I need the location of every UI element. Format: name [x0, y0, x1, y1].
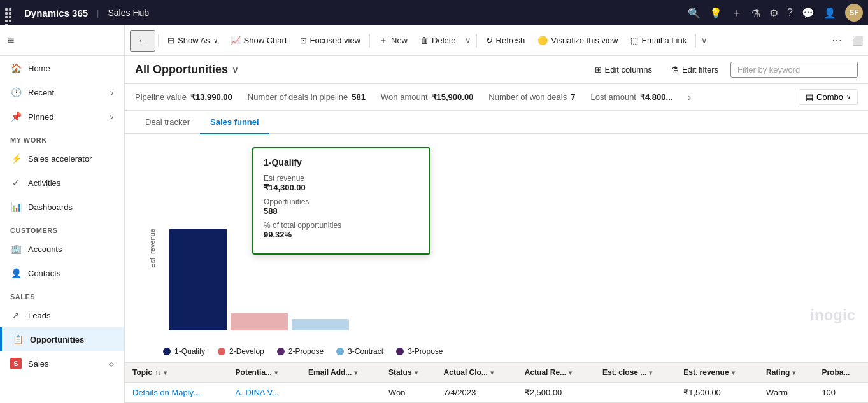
- filter-est-revenue-icon[interactable]: ▾: [732, 369, 735, 376]
- page-title-text: All Opportunities: [135, 63, 228, 76]
- page-header: All Opportunities ∨ ⊞ Edit columns ⚗ Edi…: [125, 56, 868, 84]
- nav-separator: |: [97, 8, 99, 18]
- toolbar-more-icon[interactable]: ⋯: [827, 31, 847, 50]
- filter-topic-icon[interactable]: ▾: [164, 369, 167, 376]
- expand-view-icon[interactable]: ⬜: [852, 36, 863, 46]
- topic-link[interactable]: Details on Maply...: [132, 388, 200, 397]
- legend-dot-propose-dark: [277, 348, 285, 355]
- chat-icon[interactable]: 💬: [802, 7, 815, 19]
- tooltip-opportunities: Opportunities 588: [264, 197, 419, 216]
- sidebar-label-contacts: Contacts: [28, 269, 60, 278]
- more-chevron-icon[interactable]: ∨: [699, 32, 710, 49]
- sidebar-label-dashboards: Dashboards: [28, 202, 73, 212]
- edit-columns-button[interactable]: ⊞ Edit columns: [588, 61, 659, 78]
- filter-actual-rev-icon[interactable]: ▾: [569, 369, 572, 376]
- accounts-icon: 🏢: [10, 243, 22, 255]
- visualize-icon: 🟡: [537, 36, 548, 45]
- sidebar-item-activities[interactable]: ✓ Activities: [0, 171, 124, 195]
- main-content: ← ⊞ Show As ∨ 📈 Show Chart ⊡ Focused vie…: [125, 25, 868, 403]
- opportunities-table: Topic ↑↓ ▾ Potentia... ▾: [125, 363, 868, 403]
- chart-tooltip: 1-Qualify Est revenue ₹14,300.00 Opportu…: [252, 147, 430, 255]
- filter-actual-close-icon[interactable]: ▾: [490, 369, 494, 376]
- settings-icon[interactable]: ⚙: [769, 7, 778, 19]
- legend-item-propose-dark: 2-Propose: [277, 347, 324, 356]
- bar-develop[interactable]: [231, 313, 288, 330]
- bar-qualify[interactable]: [169, 229, 227, 330]
- sidebar-label-accounts: Accounts: [28, 244, 62, 254]
- header-actions: ⊞ Edit columns ⚗ Edit filters: [588, 61, 858, 78]
- plus-icon[interactable]: ＋: [731, 5, 743, 20]
- lightbulb-icon[interactable]: 💡: [709, 7, 722, 19]
- cell-email: [301, 383, 381, 403]
- th-actual-close: Actual Clo... ▾: [436, 363, 517, 383]
- sort-topic-icon[interactable]: ↑↓: [155, 369, 161, 376]
- filter-email-icon[interactable]: ▾: [354, 369, 357, 376]
- recent-expand-icon[interactable]: ∨: [110, 89, 114, 96]
- new-button[interactable]: ＋ New: [373, 31, 414, 50]
- bar-propose[interactable]: [292, 319, 349, 330]
- keyword-filter-input[interactable]: [730, 62, 858, 78]
- show-as-button[interactable]: ⊞ Show As ∨: [161, 32, 224, 49]
- sidebar-item-home[interactable]: 🏠 Home: [0, 56, 124, 80]
- sidebar: ≡ 🏠 Home 🕐 Recent ∨ 📌 Pinned ∨ My Work ⚡…: [0, 25, 125, 403]
- filter-potential-icon[interactable]: ▾: [274, 369, 278, 376]
- visualize-button[interactable]: 🟡 Visualize this view: [531, 32, 624, 49]
- email-link-button[interactable]: ⬚ Email a Link: [624, 32, 693, 49]
- sidebar-item-accounts[interactable]: 🏢 Accounts: [0, 237, 124, 261]
- sidebar-item-opportunities[interactable]: 📋 Opportunities: [0, 327, 124, 351]
- sidebar-item-sales[interactable]: S Sales ◇: [0, 351, 124, 376]
- help-icon[interactable]: ?: [787, 7, 793, 18]
- combo-button[interactable]: ▤ Combo ∨: [799, 89, 858, 105]
- toolbar-divider-2: [369, 34, 370, 47]
- sidebar-collapse-icon[interactable]: ≡: [8, 34, 15, 47]
- columns-icon: ⊞: [595, 65, 602, 74]
- potential-link[interactable]: A. DINA V...: [236, 388, 279, 397]
- person-icon[interactable]: 👤: [823, 7, 836, 19]
- sidebar-label-leads: Leads: [28, 311, 50, 320]
- dashboards-icon: 📊: [10, 201, 22, 213]
- sales-expand-icon[interactable]: ◇: [109, 360, 114, 367]
- sidebar-item-contacts[interactable]: 👤 Contacts: [0, 261, 124, 285]
- pinned-expand-icon[interactable]: ∨: [110, 113, 114, 120]
- th-email: Email Add... ▾: [301, 363, 381, 383]
- th-topic: Topic ↑↓ ▾: [125, 363, 228, 383]
- top-navigation: Dynamics 365 | Sales Hub 🔍 💡 ＋ ⚗ ⚙ ? 💬 👤…: [0, 0, 868, 25]
- app-title[interactable]: Dynamics 365: [24, 8, 88, 18]
- user-avatar[interactable]: SF: [845, 4, 863, 22]
- focused-view-button[interactable]: ⊡ Focused view: [294, 32, 367, 49]
- cell-proba: 100: [814, 383, 868, 403]
- edit-filters-button[interactable]: ⚗ Edit filters: [664, 61, 725, 78]
- combo-chart-icon: ▤: [806, 92, 813, 102]
- search-icon[interactable]: 🔍: [688, 7, 701, 19]
- stats-more-icon[interactable]: ›: [688, 92, 691, 103]
- delete-chevron-icon[interactable]: ∨: [462, 32, 474, 49]
- legend-item-propose-light: 3-Propose: [396, 347, 443, 356]
- hub-name[interactable]: Sales Hub: [108, 8, 149, 18]
- edit-filters-icon: ⚗: [671, 65, 679, 74]
- tab-sales-funnel[interactable]: Sales funnel: [200, 111, 269, 134]
- back-button[interactable]: ←: [130, 30, 155, 52]
- filter-icon[interactable]: ⚗: [751, 7, 760, 19]
- refresh-button[interactable]: ↻ Refresh: [480, 32, 532, 49]
- sidebar-item-leads[interactable]: ↗ Leads: [0, 303, 124, 327]
- show-chart-button[interactable]: 📈 Show Chart: [224, 32, 294, 49]
- filter-status-icon[interactable]: ▾: [415, 369, 418, 376]
- delete-icon: 🗑: [420, 36, 429, 45]
- sidebar-item-sales-accelerator[interactable]: ⚡ Sales accelerator: [0, 146, 124, 171]
- chart-legend: 1-Qualify 2-Develop 2-Propose 3-Contract: [163, 347, 855, 356]
- toolbar-divider-4: [695, 34, 696, 47]
- section-label-sales: Sales: [0, 285, 124, 303]
- sidebar-label-pinned: Pinned: [28, 112, 53, 122]
- page-title-chevron-icon[interactable]: ∨: [232, 65, 238, 75]
- app-grid-icon[interactable]: [5, 8, 14, 17]
- cell-est-close: [595, 383, 676, 403]
- filter-rating-icon[interactable]: ▾: [792, 369, 795, 376]
- delete-button[interactable]: 🗑 Delete: [414, 32, 462, 49]
- toolbar-divider-1: [158, 34, 159, 47]
- sidebar-item-recent[interactable]: 🕐 Recent ∨: [0, 80, 124, 104]
- sidebar-item-pinned[interactable]: 📌 Pinned ∨: [0, 104, 124, 129]
- tab-deal-tracker[interactable]: Deal tracker: [135, 111, 200, 134]
- sidebar-item-dashboards[interactable]: 📊 Dashboards: [0, 195, 124, 219]
- filter-est-close-icon[interactable]: ▾: [649, 369, 652, 376]
- chart-icon: 📈: [231, 36, 241, 45]
